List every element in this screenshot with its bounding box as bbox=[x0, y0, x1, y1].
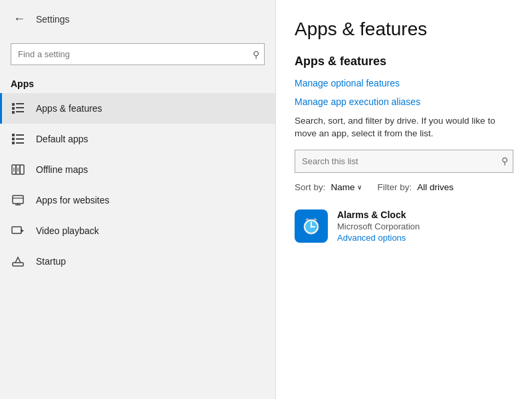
sidebar-header: ← Settings bbox=[0, 0, 275, 38]
svg-rect-8 bbox=[12, 138, 15, 140]
svg-rect-15 bbox=[13, 196, 23, 203]
apps-features-icon bbox=[11, 101, 25, 116]
search-this-list-input[interactable] bbox=[295, 150, 513, 173]
sidebar-item-apps-websites-label: Apps for websites bbox=[36, 195, 110, 205]
sidebar-item-default-apps[interactable]: Default apps bbox=[0, 124, 275, 154]
app-list-item: Alarms & Clock Microsoft Corporation Adv… bbox=[295, 203, 513, 249]
svg-point-26 bbox=[311, 225, 313, 227]
svg-rect-2 bbox=[12, 107, 15, 110]
sidebar-item-offline-maps-label: Offline maps bbox=[36, 164, 88, 175]
sidebar-item-apps-features-label: Apps & features bbox=[36, 103, 102, 114]
sort-filter-row: Sort by: Name ∨ Filter by: All drives bbox=[295, 182, 513, 192]
sidebar-nav: Apps & features Default apps bbox=[0, 93, 275, 277]
svg-rect-3 bbox=[16, 107, 24, 108]
svg-rect-0 bbox=[12, 103, 15, 106]
startup-icon bbox=[11, 254, 25, 269]
back-button[interactable]: ← bbox=[11, 9, 28, 29]
section-title: Apps & features bbox=[295, 55, 513, 68]
svg-rect-19 bbox=[12, 227, 21, 233]
main-content: Apps & features Apps & features Manage o… bbox=[276, 0, 532, 399]
default-apps-icon bbox=[11, 132, 25, 146]
sort-by-label: Sort by: bbox=[295, 182, 326, 192]
app-name: Alarms & Clock bbox=[337, 209, 420, 220]
alarms-clock-icon bbox=[295, 209, 328, 243]
filter-by-value: All drives bbox=[417, 182, 454, 192]
manage-optional-features-link[interactable]: Manage optional features bbox=[295, 78, 513, 88]
list-search-wrapper: ⚲ bbox=[295, 150, 513, 173]
svg-rect-10 bbox=[12, 142, 15, 144]
sort-by-dropdown[interactable]: Name ∨ bbox=[331, 182, 362, 192]
sort-by-value: Name bbox=[331, 182, 355, 192]
back-arrow-icon: ← bbox=[13, 12, 25, 26]
svg-rect-5 bbox=[16, 111, 24, 112]
sidebar-item-offline-maps[interactable]: Offline maps bbox=[0, 154, 275, 185]
manage-app-execution-aliases-link[interactable]: Manage app execution aliases bbox=[295, 96, 513, 107]
page-title: Apps & features bbox=[295, 19, 513, 40]
sidebar-item-video-playback[interactable]: Video playback bbox=[0, 215, 275, 246]
sidebar-item-default-apps-label: Default apps bbox=[36, 134, 88, 144]
alarms-clock-info: Alarms & Clock Microsoft Corporation Adv… bbox=[337, 209, 420, 243]
sidebar-item-startup-label: Startup bbox=[36, 256, 66, 267]
svg-rect-14 bbox=[20, 165, 24, 174]
svg-rect-1 bbox=[16, 103, 24, 104]
svg-rect-4 bbox=[12, 111, 15, 114]
video-playback-icon bbox=[11, 223, 25, 238]
filter-by-label: Filter by: bbox=[378, 182, 412, 192]
find-setting-wrapper: ⚲ bbox=[11, 43, 265, 65]
sidebar-title: Settings bbox=[36, 14, 70, 25]
find-setting-container: ⚲ bbox=[0, 38, 275, 73]
description-text: Search, sort, and filter by drive. If yo… bbox=[295, 115, 513, 140]
sidebar-item-apps-websites[interactable]: Apps for websites bbox=[0, 185, 275, 215]
sidebar: ← Settings ⚲ Apps Apps bbox=[0, 0, 276, 399]
sidebar-item-startup[interactable]: Startup bbox=[0, 246, 275, 277]
svg-rect-6 bbox=[12, 134, 15, 136]
sidebar-item-video-playback-label: Video playback bbox=[36, 225, 99, 236]
apps-section-label: Apps bbox=[0, 73, 275, 93]
sidebar-item-apps-features[interactable]: Apps & features bbox=[0, 93, 275, 124]
app-publisher: Microsoft Corporation bbox=[337, 221, 420, 231]
find-setting-input[interactable] bbox=[11, 43, 265, 65]
svg-marker-20 bbox=[21, 229, 24, 233]
advanced-options-link[interactable]: Advanced options bbox=[337, 233, 420, 243]
offline-maps-icon bbox=[11, 162, 25, 177]
sort-chevron-icon: ∨ bbox=[357, 184, 362, 191]
apps-websites-icon bbox=[11, 193, 25, 207]
svg-rect-21 bbox=[13, 263, 23, 266]
